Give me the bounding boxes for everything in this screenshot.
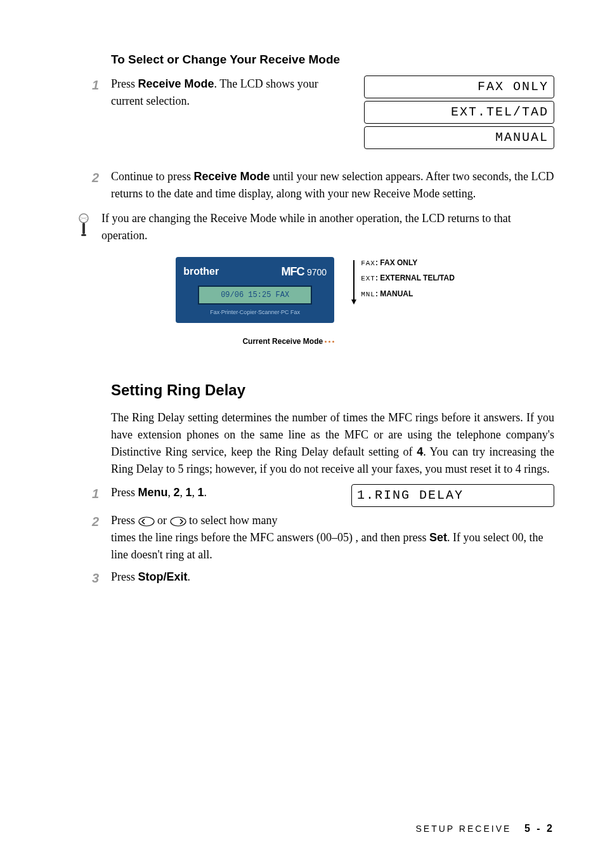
legend-code: FAX	[361, 260, 375, 267]
lcd-option-stack: FAX ONLY EXT.TEL/TAD MANUAL	[364, 76, 554, 149]
s2-step-1-text: Press Menu, 2, 1, 1.	[111, 484, 207, 501]
brother-logo: brother	[183, 264, 219, 279]
para-bold-4: 4	[417, 445, 423, 458]
legend-code: MNL	[361, 291, 375, 298]
device-lcd: 09/06 15:25 FAX	[198, 286, 312, 305]
s2-step-2-row: 2 Press or to select how many times the …	[76, 512, 554, 563]
lcd-ext-tel-tad: EXT.TEL/TAD	[364, 101, 554, 124]
s2-step2-post2-pre: times the line rings before the MFC answ…	[111, 531, 429, 544]
receive-mode-button-ref: Receive Mode	[138, 77, 214, 90]
legend-label: FAX ONLY	[380, 258, 417, 267]
section-heading-ring-delay: Setting Ring Delay	[111, 379, 554, 402]
device-function-labels: Fax·Printer·Copier·Scanner·PC Fax	[183, 308, 327, 317]
svg-point-3	[139, 517, 154, 526]
legend-item-mnl: MNL: MANUAL	[361, 288, 455, 300]
key-1b: 1	[198, 486, 204, 499]
step-1-text: Press Receive Mode. The LCD shows your c…	[111, 76, 351, 110]
comma: ,	[180, 486, 186, 499]
page-footer: SETUP RECEIVE 5 - 2	[416, 821, 554, 836]
dot-icon	[329, 341, 330, 343]
svg-rect-2	[81, 234, 86, 236]
lcd-ring-delay: 1.RING DELAY	[351, 484, 554, 507]
note-icon	[76, 213, 95, 242]
stop-exit-button-ref: Stop/Exit	[138, 570, 188, 583]
step-2-pre: Continue to press	[111, 170, 194, 183]
step-2-row: 2 Continue to press Receive Mode until y…	[76, 168, 554, 202]
key-2: 2	[174, 486, 180, 499]
subheading: To Select or Change Your Receive Mode	[111, 51, 554, 69]
model-number: 9700	[307, 267, 327, 277]
comma: ,	[192, 486, 198, 499]
s2-step-2-number: 2	[92, 512, 111, 563]
mode-legend: FAX: FAX ONLY EXT: EXTERNAL TEL/TAD MNL:…	[353, 257, 455, 304]
dot-icon	[325, 341, 327, 343]
ring-delay-paragraph: The Ring Delay setting determines the nu…	[111, 409, 554, 478]
s2-step3-pre: Press	[111, 570, 138, 583]
legend-label: MANUAL	[380, 289, 413, 298]
legend-item-fax: FAX: FAX ONLY	[361, 257, 455, 269]
s2-step2-mid: or	[157, 514, 170, 527]
period: .	[204, 486, 207, 499]
svg-point-4	[171, 517, 186, 526]
right-arrow-icon	[170, 516, 186, 527]
step-1-pre: Press	[111, 77, 138, 90]
note-text: If you are changing the Receive Mode whi…	[101, 210, 554, 244]
legend-code: EXT	[361, 275, 375, 282]
step-1-row: 1 Press Receive Mode. The LCD shows your…	[76, 76, 554, 149]
s2-step-3-number: 3	[92, 569, 111, 588]
left-arrow-icon	[138, 516, 155, 527]
footer-section: SETUP RECEIVE	[416, 824, 512, 834]
step-2-number: 2	[92, 168, 111, 202]
s2-step1-pre: Press	[111, 486, 138, 499]
set-button-ref: Set	[429, 531, 447, 544]
step-1-number: 1	[92, 76, 111, 149]
legend-label: EXTERNAL TEL/TAD	[380, 273, 455, 282]
s2-step2-pre: Press	[111, 514, 138, 527]
receive-mode-button-ref-2: Receive Mode	[194, 170, 270, 183]
s2-step-3-text: Press Stop/Exit.	[111, 569, 554, 588]
comma: ,	[168, 486, 174, 499]
current-receive-mode-caption: Current Receive Mode	[242, 336, 334, 347]
legend-bracket-line	[353, 260, 355, 301]
note-row: If you are changing the Receive Mode whi…	[76, 210, 554, 244]
mfc-logo: MFC	[281, 265, 304, 278]
s2-step-2-text: Press or to select how many times the li…	[111, 512, 554, 563]
key-1: 1	[186, 486, 192, 499]
device-panel-box: brother MFC 9700 09/06 15:25 FAX Fax·Pri…	[176, 257, 334, 324]
s2-step-1-row: 1 Press Menu, 2, 1, 1. 1.RING DELAY	[76, 484, 554, 507]
s2-step-3-row: 3 Press Stop/Exit.	[76, 569, 554, 588]
legend-item-ext: EXT: EXTERNAL TEL/TAD	[361, 272, 455, 284]
lcd-fax-only: FAX ONLY	[364, 76, 554, 98]
step-2-text: Continue to press Receive Mode until you…	[111, 168, 554, 202]
caption-text: Current Receive Mode	[242, 336, 323, 347]
svg-rect-1	[82, 223, 85, 234]
dot-icon	[332, 341, 334, 343]
legend-arrow-icon	[351, 299, 356, 305]
lcd-manual: MANUAL	[364, 126, 554, 149]
s2-step-1-number: 1	[92, 484, 111, 507]
menu-button-ref: Menu	[138, 486, 168, 499]
s2-step3-post: .	[188, 570, 191, 583]
footer-page-number: 5 - 2	[524, 823, 554, 834]
s2-step2-post1: to select how many	[189, 514, 277, 527]
device-diagram: brother MFC 9700 09/06 15:25 FAX Fax·Pri…	[76, 257, 554, 348]
